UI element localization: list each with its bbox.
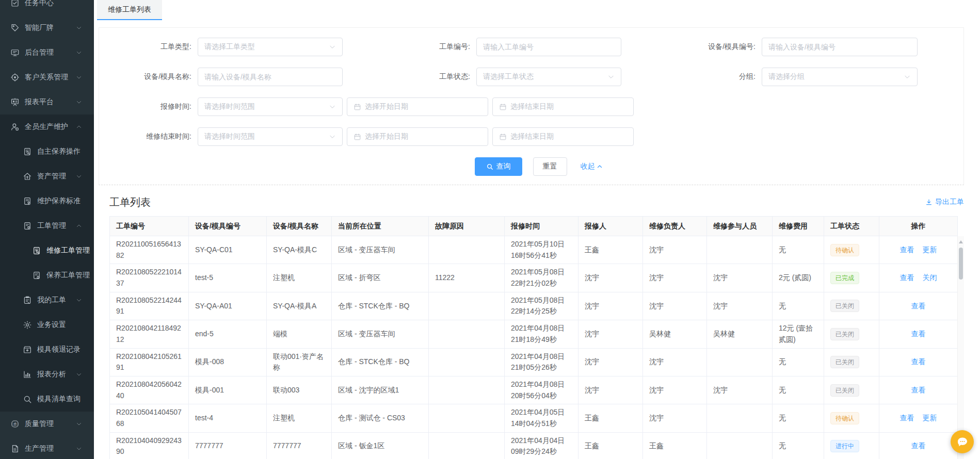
view-link[interactable]: 查看: [911, 441, 926, 450]
table-row: R20210804205604240模具-001联动003区域 - 沈宇的区域1…: [110, 376, 958, 404]
finish-time-range-select[interactable]: 请选择时间范围: [198, 127, 343, 146]
main-area: 维修工单列表 工单类型:请选择工单类型工单编号:设备/模具编号:设备/模具名称:…: [94, 0, 980, 459]
cell-fault: [429, 432, 505, 459]
cell-fault: 11222: [429, 264, 505, 292]
sidebar-item-backend-admin[interactable]: 后台管理: [0, 40, 94, 65]
group-select[interactable]: 请选择分组: [762, 68, 918, 86]
report-end-date-placeholder: 选择结束日期: [510, 102, 554, 111]
device-no-input-label: 设备/模具编号:: [621, 42, 762, 52]
chart-icon: [23, 370, 32, 379]
sidebar-item-business-settings[interactable]: 业务设置: [0, 313, 94, 337]
sidebar-item-label: 后台管理: [25, 48, 54, 57]
view-link[interactable]: 查看: [911, 302, 926, 310]
column-header: 工单编号: [110, 217, 189, 236]
order-type-select[interactable]: 请选择工单类型: [198, 38, 343, 56]
table-header-row: 工单编号设备/模具编号设备/模具名称当前所在位置故障原因报修时间报修人维修负责人…: [110, 217, 958, 236]
sidebar-item-quality-mgmt[interactable]: 质质量管理: [0, 412, 94, 436]
cell-dev_name: 端模: [267, 320, 332, 348]
archive-icon: [23, 345, 32, 354]
sidebar-item-asset-mgmt[interactable]: 资产管理: [0, 164, 94, 189]
order-status-select-label: 工单状态:: [343, 72, 476, 81]
cell-dev_name: 联动001·资产名称: [267, 348, 332, 376]
update-link[interactable]: 更新: [923, 245, 937, 254]
sidebar-item-my-orders[interactable]: 我的工单: [0, 288, 94, 313]
device-no-input[interactable]: [762, 38, 918, 56]
cell-loc: 区域 - 沈宇的区域1: [332, 376, 429, 404]
tag-icon: [10, 23, 20, 32]
sidebar-item-work-order-mgmt[interactable]: 工单管理: [0, 214, 94, 238]
sidebar-item-mold-checkout-records[interactable]: 模具领退记录: [0, 337, 94, 362]
list-header: 工单列表 导出工单: [109, 195, 964, 209]
search-button[interactable]: 查询: [475, 157, 522, 176]
table-scrollbar[interactable]: [957, 236, 964, 459]
sidebar-item-label: 资产管理: [37, 172, 66, 181]
sidebar-item-crm[interactable]: 客户关系管理: [0, 65, 94, 90]
cell-fee: 无: [773, 236, 824, 264]
status-badge: 进行中: [830, 440, 859, 452]
cell-owner: 沈宇: [643, 404, 707, 432]
calendar-icon: [499, 133, 507, 141]
scrollbar-thumb[interactable]: [959, 248, 963, 280]
sidebar-item-repair-order-mgmt[interactable]: 维修工单管理: [0, 238, 94, 263]
report-time-range-select[interactable]: 请选择时间范围: [198, 97, 343, 116]
view-link[interactable]: 查看: [900, 414, 914, 422]
chevron-down-icon: [76, 25, 82, 31]
view-link[interactable]: 查看: [900, 245, 914, 254]
chat-button[interactable]: [951, 430, 974, 453]
column-header: 报修时间: [505, 217, 579, 236]
close-link[interactable]: 关闭: [923, 273, 937, 282]
filter-rows: 工单类型:请选择工单类型工单编号:设备/模具编号:设备/模具名称:工单状态:请选…: [99, 38, 963, 146]
finish-start-date[interactable]: 选择开始日期: [347, 127, 488, 146]
sidebar-item-self-maintenance[interactable]: 自主保养操作: [0, 139, 94, 164]
sidebar-item-tpm[interactable]: 全员生产维护: [0, 114, 94, 139]
cell-actions: 查看: [879, 376, 958, 404]
sidebar-item-report-platform[interactable]: 报表平台: [0, 90, 94, 114]
cell-status: 待确认: [824, 404, 879, 432]
column-header: 工单状态: [824, 217, 879, 236]
order-status-select[interactable]: 请选择工单状态: [476, 68, 621, 86]
sidebar-item-production-mgmt[interactable]: 生产管理: [0, 436, 94, 459]
cell-status: 待确认: [824, 236, 879, 264]
cell-participants: [707, 236, 773, 264]
report-end-date[interactable]: 选择结束日期: [492, 97, 634, 116]
doc-drop-icon: [32, 271, 41, 280]
cell-actions: 查看: [879, 292, 958, 320]
cell-status: 已关闭: [824, 376, 879, 404]
scrollbar-up-arrow-icon[interactable]: [959, 240, 963, 243]
cell-no: R20210404092924390: [110, 432, 189, 459]
target-icon: [10, 73, 20, 82]
view-link[interactable]: 查看: [900, 273, 914, 282]
cell-loc: 仓库 - 测试仓 - CS03: [332, 404, 429, 432]
view-link[interactable]: 查看: [911, 386, 926, 394]
sidebar-item-maintenance-standard[interactable]: 维护保养标准: [0, 189, 94, 214]
sidebar-item-maintain-order-mgmt[interactable]: 保养工单管理: [0, 263, 94, 288]
export-orders-link[interactable]: 导出工单: [925, 198, 964, 207]
report-time-range-select-label: 报修时间:: [99, 102, 198, 111]
order-table: 工单编号设备/模具编号设备/模具名称当前所在位置故障原因报修时间报修人维修负责人…: [109, 216, 958, 459]
report-start-date[interactable]: 选择开始日期: [347, 97, 488, 116]
sidebar-item-smart-brand[interactable]: 智能厂牌: [0, 15, 94, 40]
chat-bubble-icon: [956, 436, 969, 448]
device-name-input[interactable]: [198, 68, 343, 86]
cell-participants: 吴林健: [707, 320, 773, 348]
sidebar-item-report-analysis[interactable]: 报表分析: [0, 362, 94, 387]
sidebar-item-mold-list-query[interactable]: 模具清单查询: [0, 387, 94, 412]
finish-end-date[interactable]: 选择结束日期: [492, 127, 634, 146]
collapse-link[interactable]: 收起: [581, 162, 603, 171]
view-link[interactable]: 查看: [911, 330, 926, 338]
tab-repair-order-list[interactable]: 维修工单列表: [97, 0, 162, 20]
cell-dev_name: 注塑机: [267, 404, 332, 432]
view-link[interactable]: 查看: [911, 357, 926, 366]
cell-status: 已关闭: [824, 292, 879, 320]
task-icon: [10, 0, 20, 8]
sidebar-item-label: 业务设置: [37, 320, 66, 330]
sidebar-item-label: 模具清单查询: [37, 395, 81, 404]
cell-no: R20211005165641382: [110, 236, 189, 264]
reset-button[interactable]: 重置: [533, 157, 567, 176]
order-no-input[interactable]: [476, 38, 621, 56]
search-icon: [486, 163, 493, 170]
sidebar-item-task-center[interactable]: 任务中心: [0, 0, 94, 15]
cell-reporter: 沈宇: [579, 320, 643, 348]
update-link[interactable]: 更新: [923, 414, 937, 422]
cell-owner: 沈宇: [643, 264, 707, 292]
